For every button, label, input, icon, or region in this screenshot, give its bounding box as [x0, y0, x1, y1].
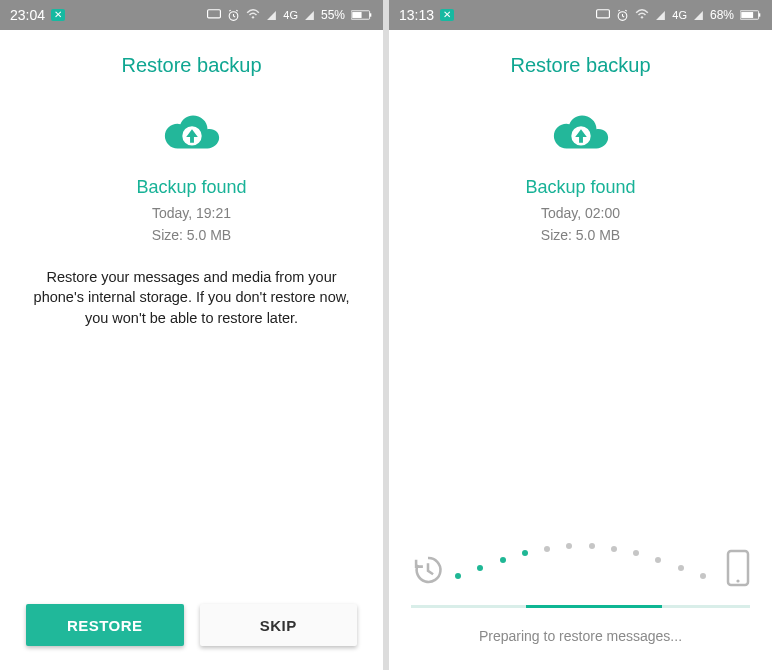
page-title: Restore backup — [0, 54, 383, 77]
phone-icon — [726, 549, 750, 591]
cloud-upload-icon — [161, 111, 223, 159]
history-icon — [411, 553, 445, 591]
battery-text: 55% — [321, 8, 345, 22]
battery-icon — [351, 9, 373, 21]
cast-icon — [596, 9, 610, 21]
backup-found-label: Backup found — [389, 177, 772, 198]
signal-label: 4G — [672, 9, 687, 21]
backup-size: Size: 5.0 MB — [0, 226, 383, 246]
button-row: RESTORE SKIP — [0, 604, 383, 670]
signal-icon-1 — [266, 10, 277, 21]
status-time: 23:04 — [10, 7, 45, 23]
wifi-icon — [635, 9, 649, 21]
progress-fill — [526, 605, 662, 608]
svg-rect-5 — [352, 12, 361, 18]
svg-rect-12 — [741, 12, 753, 18]
svg-rect-11 — [759, 13, 761, 16]
backup-time: Today, 19:21 — [0, 204, 383, 224]
signal-icon-1 — [655, 10, 666, 21]
signal-label: 4G — [283, 9, 298, 21]
battery-text: 68% — [710, 8, 734, 22]
backup-found-label: Backup found — [0, 177, 383, 198]
preparing-text: Preparing to restore messages... — [411, 628, 750, 644]
phone-screen-left: 23:04 ✕ 4G 55% Restore backup — [0, 0, 383, 670]
phone-screen-right: 13:13 ✕ 4G 68% Restore backup — [389, 0, 772, 670]
battery-icon — [740, 9, 762, 21]
cast-icon — [207, 9, 221, 21]
wifi-icon — [246, 9, 260, 21]
restore-button[interactable]: RESTORE — [26, 604, 184, 646]
status-left: 23:04 ✕ — [10, 7, 65, 23]
svg-point-2 — [252, 16, 254, 18]
backup-size: Size: 5.0 MB — [389, 226, 772, 246]
svg-rect-0 — [208, 10, 221, 18]
backup-time: Today, 02:00 — [389, 204, 772, 224]
preparing-area: Preparing to restore messages... — [389, 537, 772, 670]
status-right: 4G 68% — [596, 8, 762, 22]
signal-icon-2 — [693, 10, 704, 21]
signal-icon-2 — [304, 10, 315, 21]
status-time: 13:13 — [399, 7, 434, 23]
page-title: Restore backup — [389, 54, 772, 77]
status-right: 4G 55% — [207, 8, 373, 22]
status-bar: 23:04 ✕ 4G 55% — [0, 0, 383, 30]
svg-rect-7 — [597, 10, 610, 18]
svg-point-9 — [641, 16, 643, 18]
svg-point-15 — [736, 579, 739, 582]
alarm-icon — [616, 9, 629, 22]
progress-bar — [411, 605, 750, 608]
notification-badge: ✕ — [51, 9, 65, 21]
alarm-icon — [227, 9, 240, 22]
skip-button[interactable]: SKIP — [200, 604, 358, 646]
svg-rect-4 — [370, 13, 372, 16]
status-left: 13:13 ✕ — [399, 7, 454, 23]
notification-badge: ✕ — [440, 9, 454, 21]
status-bar: 13:13 ✕ 4G 68% — [389, 0, 772, 30]
restore-description: Restore your messages and media from you… — [20, 267, 363, 328]
cloud-upload-icon — [550, 111, 612, 159]
transfer-animation — [411, 537, 750, 597]
